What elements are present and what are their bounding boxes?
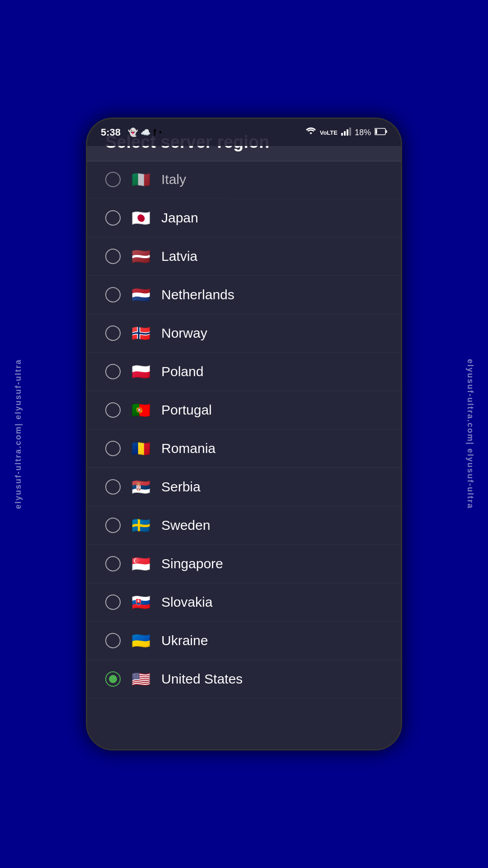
region-item-singapore[interactable]: 🇸🇬Singapore [87, 545, 401, 583]
country-name-japan: Japan [161, 210, 383, 226]
region-item-poland[interactable]: 🇵🇱Poland [87, 353, 401, 391]
battery-icon [375, 128, 387, 137]
wifi-icon [305, 127, 316, 138]
radio-poland[interactable] [105, 364, 121, 379]
radio-ukraine[interactable] [105, 633, 121, 648]
region-item-latvia[interactable]: 🇱🇻Latvia [87, 237, 401, 276]
radio-norway[interactable] [105, 326, 121, 341]
svg-rect-1 [344, 131, 346, 136]
status-left-icons: 👻 ☁️ f • [128, 127, 162, 138]
region-item-italy[interactable]: 🇮🇹Italy [87, 166, 401, 199]
country-name-romania: Romania [161, 441, 383, 456]
flag-italy: 🇮🇹 [130, 170, 152, 189]
dot-icon: • [159, 128, 162, 137]
radio-japan[interactable] [105, 210, 121, 226]
region-item-sweden[interactable]: 🇸🇪Sweden [87, 506, 401, 545]
country-name-norway: Norway [161, 326, 383, 341]
country-name-poland: Poland [161, 364, 383, 379]
radio-portugal[interactable] [105, 402, 121, 418]
flag-slovakia: 🇸🇰 [130, 593, 152, 611]
svg-rect-6 [375, 129, 377, 134]
region-item-slovakia[interactable]: 🇸🇰Slovakia [87, 583, 401, 622]
country-name-italy: Italy [161, 172, 383, 187]
flag-singapore: 🇸🇬 [130, 555, 152, 573]
region-item-norway[interactable]: 🇳🇴Norway [87, 314, 401, 353]
status-bar: 5:38 👻 ☁️ f • VoLTE [87, 119, 401, 146]
flag-sweden: 🇸🇪 [130, 516, 152, 534]
flag-portugal: 🇵🇹 [130, 401, 152, 419]
flag-poland: 🇵🇱 [130, 363, 152, 381]
country-name-singapore: Singapore [161, 556, 383, 571]
watermark-right-text: elyusuf-ultra.com| elyusuf-ultra [465, 359, 475, 509]
svg-rect-2 [347, 129, 348, 136]
region-item-japan[interactable]: 🇯🇵Japan [87, 199, 401, 237]
battery-percentage: 18% [355, 128, 371, 137]
country-name-ukraine: Ukraine [161, 633, 383, 648]
radio-singapore[interactable] [105, 556, 121, 571]
region-item-serbia[interactable]: 🇷🇸Serbia [87, 468, 401, 506]
region-item-ukraine[interactable]: 🇺🇦Ukraine [87, 622, 401, 660]
country-name-netherlands: Netherlands [161, 287, 383, 302]
volte-icon: VoLTE [320, 129, 338, 136]
radio-sweden[interactable] [105, 518, 121, 533]
radio-romania[interactable] [105, 441, 121, 456]
country-name-united-states: United States [161, 671, 383, 687]
region-list[interactable]: 🇮🇹Italy🇯🇵Japan🇱🇻Latvia🇳🇱Netherlands🇳🇴Nor… [87, 161, 401, 749]
svg-rect-5 [386, 130, 387, 133]
radio-netherlands[interactable] [105, 287, 121, 302]
watermark-left-text: elyusuf-ultra.com| elyusuf-ultra [14, 359, 23, 509]
region-item-netherlands[interactable]: 🇳🇱Netherlands [87, 276, 401, 314]
flag-romania: 🇷🇴 [130, 439, 152, 458]
flag-ukraine: 🇺🇦 [130, 632, 152, 650]
watermark-left: elyusuf-ultra.com| elyusuf-ultra [0, 0, 36, 868]
country-name-sweden: Sweden [161, 518, 383, 533]
flag-netherlands: 🇳🇱 [130, 286, 152, 304]
dialog-overlay: Select server region 🇮🇹Italy🇯🇵Japan🇱🇻Lat… [87, 119, 401, 749]
country-name-portugal: Portugal [161, 402, 383, 418]
flag-latvia: 🇱🇻 [130, 247, 152, 265]
phone-frame: 5:38 👻 ☁️ f • VoLTE [86, 118, 402, 750]
region-item-romania[interactable]: 🇷🇴Romania [87, 429, 401, 468]
radio-united-states[interactable] [105, 671, 121, 687]
region-item-united-states[interactable]: 🇺🇸United States [87, 660, 401, 698]
region-item-portugal[interactable]: 🇵🇹Portugal [87, 391, 401, 429]
status-icons-right: VoLTE 18% [305, 127, 387, 138]
snapchat-icon: 👻 [128, 127, 138, 137]
flag-japan: 🇯🇵 [130, 209, 152, 227]
country-name-slovakia: Slovakia [161, 594, 383, 610]
status-time: 5:38 [101, 127, 121, 138]
svg-rect-0 [341, 133, 343, 136]
signal-icon [341, 127, 351, 137]
flag-united-states: 🇺🇸 [130, 670, 152, 688]
radio-italy[interactable] [105, 172, 121, 187]
radio-slovakia[interactable] [105, 594, 121, 610]
flag-norway: 🇳🇴 [130, 324, 152, 342]
cloud-icon: ☁️ [141, 127, 150, 137]
watermark-right: elyusuf-ultra.com| elyusuf-ultra [452, 0, 488, 868]
flag-serbia: 🇷🇸 [130, 478, 152, 496]
country-name-serbia: Serbia [161, 479, 383, 495]
country-name-latvia: Latvia [161, 249, 383, 264]
radio-latvia[interactable] [105, 249, 121, 264]
facebook-icon: f [153, 127, 156, 138]
svg-rect-3 [349, 127, 351, 136]
radio-serbia[interactable] [105, 479, 121, 495]
